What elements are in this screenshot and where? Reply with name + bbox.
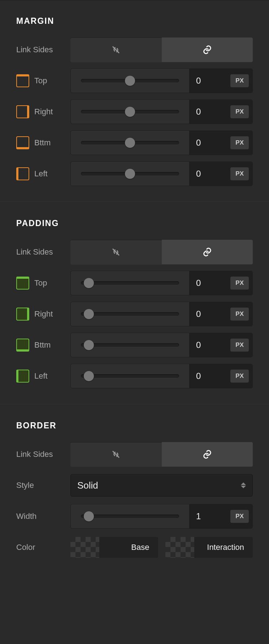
swatch-label: Interaction: [207, 543, 244, 552]
padding-right-slider[interactable]: [81, 312, 179, 316]
slider-thumb[interactable]: [84, 309, 94, 319]
toggle-unlinked[interactable]: [70, 442, 162, 467]
padding-left-unit[interactable]: PX: [230, 370, 249, 383]
section-title-border: BORDER: [16, 421, 253, 431]
toggle-linked[interactable]: [162, 442, 253, 467]
margin-left-row: Left 0 PX: [16, 162, 253, 186]
padding-right-row: Right 0 PX: [16, 302, 253, 326]
unlink-icon: [111, 449, 121, 459]
padding-bttm-slider[interactable]: [81, 343, 179, 347]
toggle-unlinked[interactable]: [70, 38, 162, 62]
border-style-value: Solid: [77, 480, 98, 491]
border-color-label: Color: [16, 543, 35, 552]
border-width-row: Width 1 PX: [16, 504, 253, 529]
section-title-margin: MARGIN: [16, 16, 253, 26]
padding-top-row: Top 0 PX: [16, 271, 253, 295]
padding-right-control: 0 PX: [70, 302, 253, 326]
padding-left-control: 0 PX: [70, 364, 253, 388]
margin-right-row: Right 0 PX: [16, 100, 253, 124]
link-sides-label: Link Sides: [16, 450, 53, 459]
slider-thumb[interactable]: [84, 278, 94, 288]
padding-bttm-control: 0 PX: [70, 333, 253, 357]
link-sides-label: Link Sides: [16, 247, 53, 257]
margin-left-slider[interactable]: [81, 172, 179, 176]
toggle-linked[interactable]: [162, 240, 253, 264]
padding-bttm-value[interactable]: 0: [196, 340, 227, 350]
unlink-icon: [111, 45, 121, 55]
slider-thumb[interactable]: [125, 107, 135, 117]
toggle-linked[interactable]: [162, 38, 253, 62]
border-style-row: Style Solid: [16, 473, 253, 498]
padding-left-value[interactable]: 0: [196, 371, 227, 381]
margin-bttm-unit[interactable]: PX: [230, 136, 249, 149]
section-border: BORDER Link Sides Style Solid: [0, 405, 269, 570]
padding-left-row: Left 0 PX: [16, 364, 253, 388]
margin-left-unit[interactable]: PX: [230, 167, 249, 180]
margin-right-slider[interactable]: [81, 110, 179, 114]
margin-link-sides-toggle[interactable]: [70, 38, 253, 62]
slider-thumb[interactable]: [125, 76, 135, 86]
margin-top-slider[interactable]: [81, 79, 179, 83]
margin-top-value[interactable]: 0: [196, 76, 227, 86]
margin-bttm-control: 0 PX: [70, 131, 253, 155]
border-color-base-swatch[interactable]: Base: [70, 537, 158, 558]
margin-link-sides-row: Link Sides: [16, 38, 253, 62]
border-color-interaction-swatch[interactable]: Interaction: [165, 537, 253, 558]
section-margin: MARGIN Link Sides Top 0: [0, 0, 269, 202]
padding-bttm-label: Bttm: [34, 340, 51, 350]
slider-thumb[interactable]: [84, 511, 94, 521]
swatch-label: Base: [131, 543, 149, 552]
padding-top-slider[interactable]: [81, 281, 179, 285]
padding-left-label: Left: [34, 371, 48, 381]
margin-top-label: Top: [34, 76, 47, 85]
margin-left-label: Left: [34, 169, 48, 178]
border-width-label: Width: [16, 512, 36, 521]
padding-right-value[interactable]: 0: [196, 309, 227, 319]
padding-right-unit[interactable]: PX: [230, 308, 249, 321]
border-width-slider[interactable]: [81, 515, 179, 518]
padding-top-control: 0 PX: [70, 271, 253, 295]
padding-top-label: Top: [34, 278, 47, 288]
toggle-unlinked[interactable]: [70, 240, 162, 264]
margin-bttm-row: Bttm 0 PX: [16, 131, 253, 155]
margin-bttm-icon: [16, 136, 29, 149]
margin-left-value[interactable]: 0: [196, 169, 227, 179]
margin-right-unit[interactable]: PX: [230, 105, 249, 118]
margin-bttm-label: Bttm: [34, 138, 51, 147]
margin-right-control: 0 PX: [70, 100, 253, 124]
slider-thumb[interactable]: [84, 340, 94, 350]
margin-bttm-slider[interactable]: [81, 141, 179, 145]
padding-bttm-icon: [16, 339, 29, 352]
link-icon: [202, 449, 212, 459]
border-color-row: Color Base Interaction: [16, 535, 253, 560]
link-icon: [202, 45, 212, 55]
padding-top-value[interactable]: 0: [196, 278, 227, 288]
padding-link-sides-row: Link Sides: [16, 240, 253, 264]
padding-top-icon: [16, 277, 29, 290]
unlink-icon: [111, 247, 121, 257]
border-width-value[interactable]: 1: [196, 511, 227, 521]
margin-right-value[interactable]: 0: [196, 107, 227, 117]
margin-left-control: 0 PX: [70, 162, 253, 186]
border-style-select[interactable]: Solid: [70, 474, 253, 497]
slider-thumb[interactable]: [125, 138, 135, 148]
padding-left-icon: [16, 370, 29, 383]
border-link-sides-toggle[interactable]: [70, 442, 253, 467]
padding-link-sides-toggle[interactable]: [70, 240, 253, 264]
padding-top-unit[interactable]: PX: [230, 277, 249, 290]
link-icon: [202, 247, 212, 257]
margin-top-row: Top 0 PX: [16, 69, 253, 93]
margin-left-icon: [16, 167, 29, 180]
section-title-padding: PADDING: [16, 219, 253, 228]
slider-thumb[interactable]: [84, 371, 94, 381]
margin-top-unit[interactable]: PX: [230, 74, 249, 87]
padding-bttm-unit[interactable]: PX: [230, 339, 249, 352]
margin-bttm-value[interactable]: 0: [196, 138, 227, 148]
margin-right-icon: [16, 105, 29, 118]
border-width-unit[interactable]: PX: [230, 510, 249, 523]
slider-thumb[interactable]: [125, 169, 135, 179]
section-padding: PADDING Link Sides Top 0: [0, 202, 269, 405]
border-style-label: Style: [16, 481, 34, 490]
link-sides-label: Link Sides: [16, 45, 53, 54]
padding-left-slider[interactable]: [81, 374, 179, 378]
